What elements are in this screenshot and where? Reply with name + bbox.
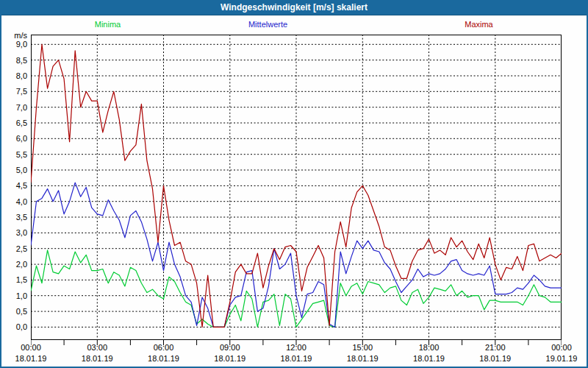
x-tick-time-label: 12:00 bbox=[270, 343, 322, 352]
x-tick-date-label: 18.01.19 bbox=[270, 354, 322, 363]
y-tick-label: 6,0 bbox=[1, 134, 27, 143]
window-title: Windgeschwindigkeit [m/s] skaliert bbox=[220, 2, 368, 13]
y-tick-label: 5,5 bbox=[1, 150, 27, 159]
y-tick-label: 7,0 bbox=[1, 103, 27, 112]
y-tick-label: 3,0 bbox=[1, 228, 27, 237]
y-tick-label: 0,0 bbox=[1, 322, 27, 331]
x-tick-date-label: 18.01.19 bbox=[71, 354, 123, 363]
x-tick-date-label: 19.01.19 bbox=[536, 354, 587, 363]
y-tick-label: 4,5 bbox=[1, 181, 27, 190]
y-tick-label: 6,5 bbox=[1, 118, 27, 127]
legend-maxima: Maxima bbox=[448, 20, 510, 29]
x-tick-date-label: 18.01.19 bbox=[470, 354, 521, 363]
y-tick-label: 2,0 bbox=[1, 260, 27, 269]
x-tick-time-label: 03:00 bbox=[71, 343, 123, 352]
y-axis-unit-label: m/s bbox=[1, 31, 27, 40]
x-tick-date-label: 18.01.19 bbox=[337, 354, 388, 363]
y-tick-label: 1,0 bbox=[1, 291, 27, 300]
x-tick-time-label: 00:00 bbox=[536, 343, 587, 352]
y-tick-label: 8,0 bbox=[1, 71, 27, 80]
legend-mittelwerte: Mittelwerte bbox=[237, 20, 299, 29]
y-tick-label: 1,5 bbox=[1, 275, 27, 284]
y-tick-label: 5,0 bbox=[1, 166, 27, 174]
x-tick-time-label: 00:00 bbox=[5, 343, 57, 352]
y-tick-label: 2,5 bbox=[1, 244, 27, 253]
y-tick-label: 3,5 bbox=[1, 213, 27, 222]
x-tick-time-label: 09:00 bbox=[204, 343, 256, 352]
x-tick-time-label: 06:00 bbox=[138, 343, 190, 352]
x-tick-time-label: 15:00 bbox=[337, 343, 388, 352]
x-tick-date-label: 18.01.19 bbox=[404, 354, 455, 363]
window-title-bar: Windgeschwindigkeit [m/s] skaliert bbox=[1, 1, 587, 15]
x-tick-time-label: 18:00 bbox=[404, 343, 455, 352]
plot-area bbox=[31, 35, 562, 346]
y-tick-label: 7,5 bbox=[1, 87, 27, 96]
y-tick-label: 8,5 bbox=[1, 56, 27, 65]
x-tick-date-label: 18.01.19 bbox=[5, 354, 57, 363]
y-tick-label: 9,0 bbox=[1, 40, 27, 49]
x-tick-date-label: 18.01.19 bbox=[138, 354, 190, 363]
x-tick-date-label: 18.01.19 bbox=[204, 354, 256, 363]
y-tick-label: 4,0 bbox=[1, 197, 27, 206]
x-tick-time-label: 21:00 bbox=[470, 343, 521, 352]
legend-minima: Minima bbox=[76, 20, 139, 29]
chart-window: Windgeschwindigkeit [m/s] skaliert Minim… bbox=[0, 0, 588, 368]
y-tick-label: 0,5 bbox=[1, 307, 27, 316]
